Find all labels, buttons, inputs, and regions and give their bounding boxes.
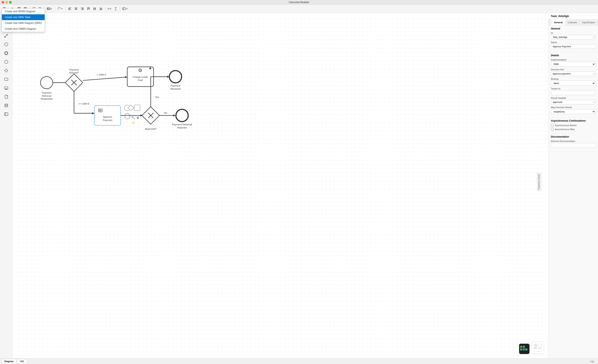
svg-marker-39 [5,69,8,72]
binding-select[interactable]: latest deployment version versionTag [551,81,596,86]
svg-rect-12 [75,9,77,10]
ctx-task-icon[interactable] [134,105,140,111]
lasso-tool-button[interactable]: ▼ [56,6,64,11]
distribute-h-button[interactable] [107,6,112,11]
dropdown-item-bpmn[interactable]: Create new BPMN Diagram [2,8,45,14]
align-center-button[interactable] [73,6,79,11]
gateway1-label2: Amount? [69,71,79,74]
close-button[interactable] [2,1,4,4]
async-after-checkbox[interactable] [551,128,554,130]
approved-label: Approved? [145,127,157,130]
maximize-button[interactable] [9,1,12,4]
end-event-tool[interactable] [2,58,10,65]
svg-rect-18 [89,7,90,10]
tenant-id-input[interactable] [551,90,596,95]
svg-rect-31 [123,8,126,10]
svg-rect-9 [68,9,71,10]
properties-element-id: Task_0s5z0gh [548,13,598,19]
gateway-tool[interactable] [2,67,10,74]
end-event-payment-received[interactable] [169,71,182,83]
title-bar: Camunda Modeler [0,0,598,5]
tab-diagram[interactable]: Diagram [2,359,16,363]
trash-icon[interactable]: 🗑 [136,116,140,119]
svg-rect-64 [525,348,527,350]
event-tool[interactable] [2,41,10,48]
arrow-head-2 [125,76,127,78]
data-object-tool[interactable] [2,93,10,100]
map-decision-select[interactable]: singleEntry singleResult collectEntries … [551,109,596,114]
element-docs-input[interactable] [551,143,596,147]
image-tool-button[interactable]: ▼ [46,6,54,11]
subprocess-tool[interactable] [2,84,10,92]
id-clear-button[interactable]: × [593,36,595,39]
result-variable-input[interactable] [551,100,596,104]
traffic-lights [2,1,12,4]
align-top-button[interactable] [85,6,91,11]
start-event[interactable] [41,77,53,89]
dropdown-item-dmn-table[interactable]: Create new DMN Table [2,14,45,20]
dropdown-item-cmmn[interactable]: Create new CMMN Diagram [2,26,45,32]
svg-rect-8 [68,8,70,9]
participant-left-tool[interactable] [2,110,10,118]
data-store-tool[interactable] [2,102,10,109]
payment-received-label2: Received [170,87,180,90]
binding-label: Binding [551,78,596,80]
async-after-row: Asynchronous After [551,128,596,130]
prop-section-docs: Documentation Element Documentation [548,134,598,151]
tab-xml[interactable]: XML [17,359,27,363]
prop-section-general: General Id × Name [548,25,598,52]
distribute-v-button[interactable] [113,6,119,11]
rejected-label2: Rejected [177,126,187,129]
minimap[interactable] [532,342,544,354]
id-input[interactable] [551,35,596,40]
arrow-head-7 [173,114,176,117]
end-event-rejected[interactable] [176,109,188,121]
align-left-button[interactable] [67,6,73,11]
wrench-icon[interactable]: 🔧 [131,116,135,120]
id-label: Id [551,32,596,34]
async-before-checkbox[interactable] [551,124,554,127]
prop-section-details: Details Implementation DMN Expression De… [548,52,598,118]
details-section-title: Details [551,54,596,57]
lightning-icon[interactable]: ⚡ [131,121,135,125]
svg-rect-61 [523,346,525,348]
dropdown-menu: Create new BPMN Diagram Create new DMN T… [2,8,45,32]
prop-tab-input-output[interactable]: Input/Output [580,19,598,25]
svg-rect-20 [94,8,95,9]
global-connect-tool[interactable] [2,32,10,40]
element-docs-label: Element Documentation [551,140,596,142]
prop-tab-listeners[interactable]: Listeners [565,19,580,25]
svg-rect-10 [75,8,77,8]
separator-5 [105,7,105,11]
intermediate-event-tool[interactable] [2,49,10,57]
svg-rect-24 [101,8,102,10]
canvas-area[interactable]: Payment Retrieval Requested Payment Amou… [12,13,548,358]
camunda-logo [519,344,530,354]
svg-rect-21 [95,8,96,10]
task-tool[interactable] [2,75,10,83]
svg-rect-15 [81,9,84,10]
minimize-button[interactable] [5,1,8,4]
payment-received-label1: Payment [171,84,180,87]
properties-tab-bar: ‹ General Listeners Input/Output › [548,19,598,25]
id-field-container: × [551,35,596,40]
svg-rect-30 [115,10,116,10]
gateway1-label: Payment [69,68,79,71]
align-bottom-button[interactable] [98,6,104,11]
prop-tab-general[interactable]: General [551,19,565,25]
log-button[interactable]: Log [588,359,596,363]
svg-rect-2 [18,8,20,8]
svg-rect-62 [520,348,522,350]
svg-rect-7 [68,8,71,8]
prop-tab-left-arrow[interactable]: ‹ [548,19,551,25]
implementation-select[interactable]: DMN Expression Delegate Expression Java … [551,62,596,67]
name-input[interactable] [551,44,596,49]
result-variable-clear[interactable]: × [593,101,595,104]
decision-ref-input[interactable] [551,71,596,76]
align-right-button[interactable] [79,6,85,11]
decision-ref-clear[interactable]: × [593,72,595,75]
start-event-label: Payment [42,91,52,94]
align-middle-button[interactable] [92,6,98,11]
participant-button[interactable]: ▼ [121,6,129,11]
dropdown-item-dmn-drd[interactable]: Create new DMN Diagram (DRD) [2,20,45,26]
